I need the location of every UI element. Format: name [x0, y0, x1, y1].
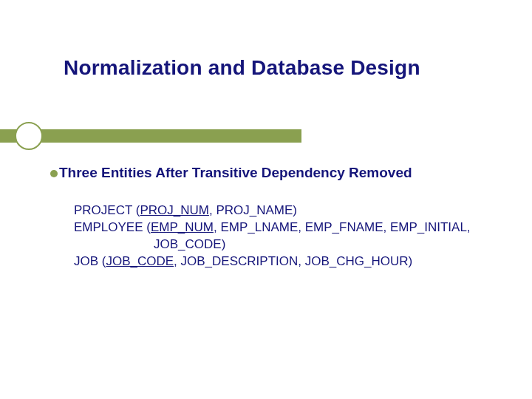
accent-bar [0, 129, 301, 143]
entity-job: JOB (JOB_CODE, JOB_DESCRIPTION, JOB_CHG_… [74, 253, 488, 270]
bullet-dot-icon [50, 170, 58, 177]
entity-name: PROJECT [74, 203, 132, 217]
entity-employee-cont: JOB_CODE) [74, 236, 488, 253]
slide-title: Normalization and Database Design [64, 56, 502, 80]
entity-employee: EMPLOYEE (EMP_NUM, EMP_LNAME, EMP_FNAME,… [74, 219, 488, 236]
entity-attrs: , JOB_DESCRIPTION, JOB_CHG_HOUR) [174, 254, 412, 268]
primary-key: EMP_NUM [151, 220, 214, 234]
entity-attrs: , PROJ_NAME) [209, 203, 297, 217]
accent-circle [15, 122, 43, 150]
entity-attrs: , EMP_LNAME, EMP_FNAME, EMP_INITIAL, [214, 220, 471, 234]
slide: Normalization and Database Design Three … [0, 0, 532, 399]
entities-block: PROJECT (PROJ_NUM, PROJ_NAME) EMPLOYEE (… [74, 202, 488, 270]
bullet-text: Three Entities After Transitive Dependen… [59, 165, 412, 181]
entity-project: PROJECT (PROJ_NUM, PROJ_NAME) [74, 202, 488, 219]
entity-name: EMPLOYEE [74, 220, 143, 234]
primary-key: JOB_CODE [106, 254, 174, 268]
entity-name: JOB [74, 254, 98, 268]
bullet-item: Three Entities After Transitive Dependen… [50, 165, 502, 181]
primary-key: PROJ_NUM [140, 203, 209, 217]
